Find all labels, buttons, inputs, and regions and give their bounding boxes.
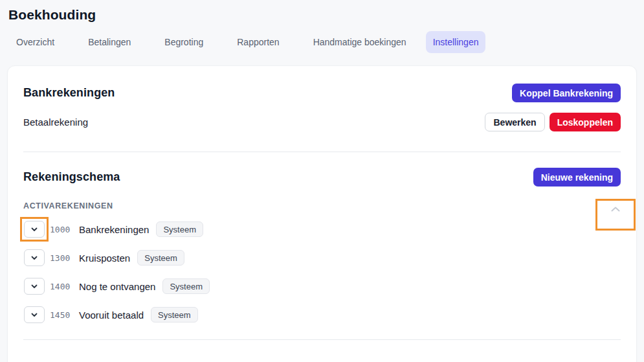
chevron-up-icon [610, 206, 621, 212]
section-divider [23, 339, 621, 340]
account-row: 1000 Bankrekeningen Systeem [23, 215, 621, 243]
account-name: Kruisposten [79, 253, 130, 264]
account-number: 1400 [50, 282, 74, 291]
account-number: 1000 [50, 225, 74, 234]
account-name: Vooruit betaald [79, 310, 144, 321]
tab-handmatige-boekingen[interactable]: Handmatige boekingen [306, 31, 414, 53]
system-badge: Systeem [156, 221, 203, 237]
tab-instellingen[interactable]: Instellingen [426, 31, 486, 53]
highlight-box [595, 199, 636, 231]
page-title: Boekhouding [8, 7, 644, 23]
account-number: 1300 [50, 253, 74, 263]
account-row: 1400 Nog te ontvangen Systeem [23, 272, 621, 300]
system-badge: Systeem [137, 250, 184, 266]
expand-slot [23, 278, 50, 295]
bank-section-title: Bankrekeningen [23, 86, 115, 100]
chevron-down-icon [30, 254, 38, 262]
edit-button[interactable]: Bewerken [485, 113, 544, 131]
collapse-section-button[interactable] [609, 205, 622, 214]
settings-card: Bankrekeningen Koppel Bankrekening Betaa… [7, 65, 637, 362]
expand-account-button[interactable] [24, 278, 45, 295]
asset-accounts-group-label: ACTIVAREKENINGEN [23, 201, 621, 210]
linked-account-row: Betaalrekening Bewerken Loskoppelen [23, 113, 621, 131]
unlink-button[interactable]: Loskoppelen [550, 113, 621, 131]
account-name: Bankrekeningen [79, 224, 149, 235]
section-divider [23, 152, 621, 152]
system-badge: Systeem [162, 278, 210, 294]
schema-section-header: Rekeningschema Nieuwe rekening [23, 168, 621, 187]
account-row: 1450 Vooruit betaald Systeem [23, 300, 621, 329]
tab-rapporten[interactable]: Rapporten [230, 31, 286, 53]
expand-slot [23, 306, 50, 323]
account-list: 1000 Bankrekeningen Systeem 1300 Kruispo… [23, 215, 621, 329]
system-badge: Systeem [151, 307, 198, 322]
highlight-box [20, 217, 49, 242]
bank-section-header: Bankrekeningen Koppel Bankrekening [23, 84, 621, 102]
new-account-button[interactable]: Nieuwe rekening [533, 168, 621, 187]
linked-account-name: Betaalrekening [23, 117, 88, 128]
schema-section-title: Rekeningschema [23, 170, 120, 184]
expand-account-button[interactable] [24, 221, 45, 238]
chevron-down-icon [30, 225, 38, 233]
account-name: Nog te ontvangen [79, 281, 155, 292]
tab-betalingen[interactable]: Betalingen [81, 31, 138, 53]
expand-account-button[interactable] [24, 249, 45, 266]
linked-account-actions: Bewerken Loskoppelen [485, 113, 621, 131]
tab-overzicht[interactable]: Overzicht [9, 31, 61, 53]
tab-bar: Overzicht Betalingen Begroting Rapporten… [9, 31, 644, 53]
account-number: 1450 [50, 310, 74, 320]
tab-begroting[interactable]: Begroting [157, 31, 210, 53]
expand-slot [23, 221, 50, 238]
chevron-down-icon [30, 282, 38, 290]
chevron-down-icon [30, 311, 38, 319]
expand-slot [23, 249, 50, 266]
link-bank-account-button[interactable]: Koppel Bankrekening [512, 84, 621, 102]
account-row: 1300 Kruisposten Systeem [23, 243, 621, 272]
page-header: Boekhouding [0, 0, 644, 23]
expand-account-button[interactable] [24, 306, 45, 323]
